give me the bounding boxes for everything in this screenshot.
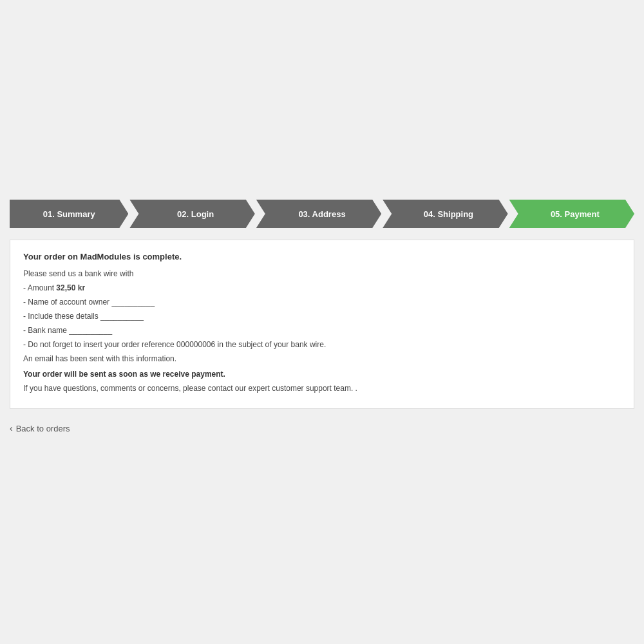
info-line5: - Bank name __________ [23, 325, 621, 336]
order-complete-box: Your order on MadModules is complete. Pl… [10, 240, 634, 409]
step-address-label: 03. Address [298, 209, 345, 219]
info-line7: An email has been sent with this informa… [23, 353, 621, 365]
page-wrapper: 01. Summary 02. Login 03. Address 04. Sh… [0, 0, 644, 644]
step-summary[interactable]: 01. Summary [10, 200, 128, 228]
order-info: Please send us a bank wire with - Amount… [23, 268, 621, 394]
info-line6: - Do not forget to insert your order ref… [23, 339, 621, 350]
step-shipping[interactable]: 04. Shipping [383, 200, 507, 228]
step-payment-label: 05. Payment [551, 209, 600, 219]
info-line4: - Include these details __________ [23, 310, 621, 322]
back-to-orders-link[interactable]: ‹ Back to orders [10, 423, 70, 433]
step-payment[interactable]: 05. Payment [509, 200, 634, 228]
back-to-orders-label: Back to orders [16, 424, 70, 433]
info-line2-amount: 32,50 kr [56, 283, 85, 292]
info-line2: - Amount 32,50 kr [23, 282, 621, 294]
steps-bar: 01. Summary 02. Login 03. Address 04. Sh… [10, 200, 634, 228]
chevron-left-icon: ‹ [10, 423, 13, 433]
info-line3: - Name of account owner __________ [23, 296, 621, 308]
info-line2-prefix: - Amount [23, 283, 56, 292]
step-summary-label: 01. Summary [43, 209, 95, 219]
info-line1: Please send us a bank wire with [23, 268, 621, 279]
step-shipping-label: 04. Shipping [424, 209, 473, 219]
step-address[interactable]: 03. Address [256, 200, 381, 228]
order-complete-title: Your order on MadModules is complete. [23, 252, 621, 261]
info-line8-bold: Your order will be sent as soon as we re… [23, 368, 621, 380]
info-line9: If you have questions, comments or conce… [23, 383, 621, 394]
step-login-label: 02. Login [177, 209, 214, 219]
step-login[interactable]: 02. Login [129, 200, 254, 228]
